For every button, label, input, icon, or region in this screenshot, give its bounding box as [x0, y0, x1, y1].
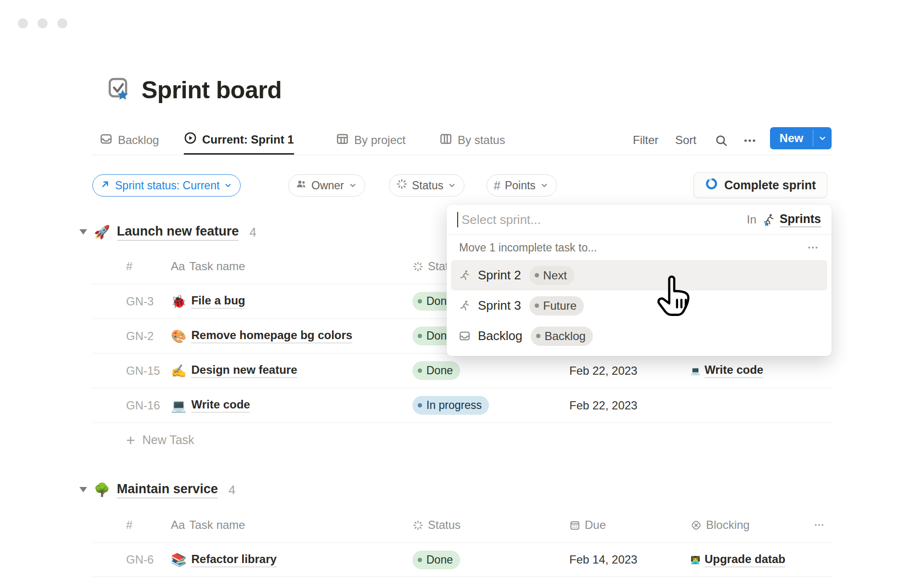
- task-name-link[interactable]: Write code: [191, 398, 250, 413]
- option-label: Backlog: [478, 328, 523, 343]
- tab-backlog[interactable]: Backlog: [100, 126, 159, 155]
- runner-icon: [459, 269, 471, 281]
- task-emoji: 📚: [171, 552, 186, 567]
- task-id: GN-15: [92, 364, 171, 378]
- more-options-icon[interactable]: [807, 241, 819, 254]
- task-emoji: 💻: [171, 398, 186, 413]
- blocking-task-link[interactable]: Upgrade datab: [705, 552, 785, 567]
- filter-chip-label: Owner: [311, 179, 344, 192]
- checkbox-star-icon: [107, 77, 132, 104]
- inbox-icon: [459, 330, 471, 342]
- dropdown-option-sprint-3[interactable]: Sprint 3 Future: [451, 290, 827, 321]
- window-minimize-button[interactable]: [38, 18, 48, 28]
- column-header-due[interactable]: Due: [569, 518, 691, 532]
- collapse-triangle-icon[interactable]: [79, 486, 87, 494]
- sprint-runner-star-icon: [762, 213, 776, 226]
- filter-chip-status[interactable]: Status: [389, 174, 464, 197]
- task-emoji: ✍️: [171, 364, 186, 378]
- column-header-blocking[interactable]: Blocking: [691, 518, 813, 532]
- status-dot: [418, 299, 422, 303]
- blocking-task-emoji: 👨‍💻: [691, 555, 700, 565]
- tab-label: By status: [458, 133, 505, 147]
- blocking-task-link[interactable]: Write code: [705, 363, 763, 378]
- board-columns-icon: [439, 132, 452, 148]
- tab-current-sprint[interactable]: Current: Sprint 1: [184, 126, 294, 155]
- task-name-link[interactable]: Refactor library: [191, 552, 276, 567]
- tab-by-project[interactable]: By project: [336, 126, 406, 155]
- page-header: Sprint board: [107, 76, 282, 104]
- task-id: GN-2: [92, 329, 171, 343]
- column-header-id[interactable]: #: [92, 518, 171, 532]
- collapse-triangle-icon[interactable]: [79, 228, 87, 236]
- column-header-id[interactable]: #: [92, 260, 171, 273]
- dropdown-option-backlog[interactable]: Backlog Backlog: [451, 321, 827, 351]
- column-header-status[interactable]: Status: [412, 518, 569, 532]
- sprint-search-input[interactable]: Select sprint... In Sprints: [447, 205, 832, 235]
- status-badge: Done: [412, 551, 460, 569]
- new-task-button[interactable]: + New Task: [92, 422, 832, 457]
- title-property-icon: Aa: [171, 260, 185, 273]
- filter-chip-label: Sprint status: Current: [115, 179, 219, 192]
- table-row[interactable]: GN-15 ✍️Design new feature Done Feb 22, …: [92, 353, 832, 388]
- window-controls: [18, 18, 67, 28]
- due-date: Feb 22, 2023: [569, 364, 691, 378]
- table-row[interactable]: GN-6 📚Refactor library Done Feb 14, 2023…: [92, 542, 832, 577]
- task-emoji: 🎨: [171, 329, 186, 343]
- complete-sprint-label: Complete sprint: [724, 178, 816, 192]
- task-id: GN-3: [92, 295, 171, 308]
- table-row[interactable]: GN-16 💻Write code In progress Feb 22, 20…: [92, 388, 832, 422]
- status-dot: [418, 368, 422, 373]
- more-options-icon[interactable]: [740, 131, 759, 150]
- sprint-board-app: Sprint board Backlog Current: Sprint 1: [0, 0, 924, 578]
- filter-chip-label: Points: [505, 179, 536, 192]
- group-title[interactable]: Launch new feature: [117, 224, 239, 241]
- group-emoji: 🌳: [94, 482, 110, 498]
- due-date: Feb 14, 2023: [569, 553, 691, 566]
- search-icon[interactable]: [712, 131, 731, 150]
- option-label: Sprint 2: [478, 268, 521, 283]
- filter-button[interactable]: Filter: [633, 126, 658, 155]
- new-button-group: New: [770, 127, 832, 149]
- status-dot: [418, 403, 422, 407]
- window-zoom-button[interactable]: [57, 18, 67, 28]
- group-header-maintain-service: 🌳 Maintain service 4: [79, 474, 235, 505]
- option-label: Sprint 3: [478, 298, 521, 313]
- in-label: In: [747, 213, 757, 226]
- due-date: Feb 22, 2023: [569, 399, 691, 412]
- window-close-button[interactable]: [18, 18, 28, 28]
- spinner-icon: [396, 178, 408, 193]
- dropdown-subtitle-row: Move 1 incomplete task to...: [447, 235, 832, 260]
- sprints-database-link[interactable]: Sprints: [762, 212, 821, 227]
- chevron-down-icon: [224, 181, 232, 190]
- new-dropdown-button[interactable]: [813, 127, 832, 149]
- sprint-status-badge: Next: [529, 266, 574, 285]
- hash-icon: #: [494, 179, 500, 193]
- tab-label: Backlog: [118, 133, 159, 147]
- status-dot: [418, 334, 422, 338]
- column-header-name[interactable]: Aa Task name: [171, 260, 412, 273]
- dropdown-option-sprint-2[interactable]: Sprint 2 Next: [451, 260, 827, 290]
- task-name-link[interactable]: File a bug: [191, 294, 245, 309]
- play-circle-icon: [184, 131, 197, 147]
- status-dot: [418, 558, 422, 562]
- column-header-name[interactable]: Aa Task name: [171, 518, 412, 532]
- blocking-task-emoji: 💻: [691, 366, 700, 375]
- table-header-row: # Aa Task name Status Due: [92, 508, 832, 542]
- sprint-status-badge: Backlog: [531, 327, 593, 346]
- task-table-maintain-service: # Aa Task name Status Due: [92, 508, 832, 577]
- new-button[interactable]: New: [770, 127, 813, 149]
- chevron-down-icon: [448, 181, 456, 190]
- filter-chip-sprint-status[interactable]: Sprint status: Current: [92, 174, 241, 197]
- table-more-options-icon[interactable]: [813, 519, 832, 531]
- title-property-icon: Aa: [171, 518, 185, 532]
- task-name-link[interactable]: Remove homepage bg colors: [191, 328, 352, 343]
- tabbar-divider: [92, 155, 832, 155]
- complete-sprint-button[interactable]: Complete sprint: [693, 172, 827, 198]
- filter-chip-points[interactable]: # Points: [487, 174, 557, 197]
- sort-button[interactable]: Sort: [675, 126, 696, 155]
- task-name-link[interactable]: Design new feature: [191, 363, 297, 378]
- group-title[interactable]: Maintain service: [117, 482, 218, 499]
- tab-by-status[interactable]: By status: [439, 126, 505, 155]
- filter-chip-owner[interactable]: Owner: [288, 174, 365, 197]
- arrow-up-right-icon: [100, 179, 111, 193]
